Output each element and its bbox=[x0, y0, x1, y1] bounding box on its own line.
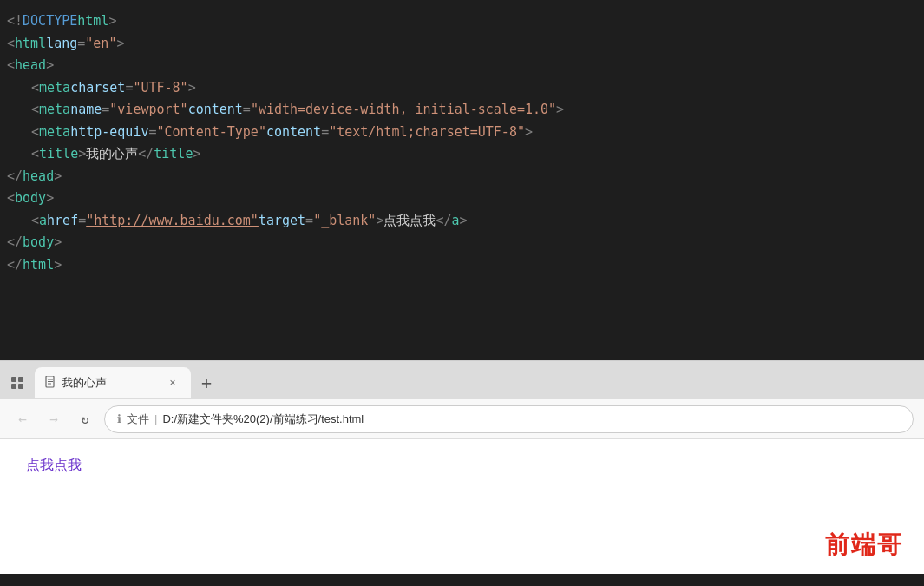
code-token: "UTF-8" bbox=[133, 77, 187, 100]
code-token: < bbox=[31, 99, 39, 122]
code-line: <title>我的心声</title> bbox=[0, 143, 924, 166]
watermark: 前端哥 bbox=[825, 529, 903, 562]
code-token: <! bbox=[7, 10, 23, 33]
code-line: <body> bbox=[0, 188, 924, 210]
code-token: DOCTYPE bbox=[23, 10, 77, 33]
code-token: > bbox=[556, 99, 564, 122]
code-token: < bbox=[7, 55, 15, 77]
code-line: <meta name="viewport" content="width=dev… bbox=[0, 99, 924, 122]
new-tab-button[interactable]: + bbox=[194, 371, 219, 395]
code-token: meta bbox=[39, 122, 70, 144]
code-token: = bbox=[77, 33, 85, 56]
code-token: </ bbox=[7, 166, 23, 188]
page-content: 点我点我 前端哥 bbox=[0, 439, 924, 574]
code-token: title bbox=[39, 143, 78, 166]
reload-button[interactable]: ↻ bbox=[73, 407, 97, 431]
code-token: > bbox=[78, 143, 86, 166]
code-token: http-equiv bbox=[70, 122, 148, 144]
code-token: < bbox=[31, 143, 39, 166]
back-button[interactable]: ← bbox=[10, 407, 35, 431]
active-tab[interactable]: 我的心声 × bbox=[35, 367, 191, 398]
code-line: </html> bbox=[0, 254, 924, 277]
code-token: > bbox=[188, 77, 196, 100]
code-token: charset bbox=[70, 77, 125, 100]
code-token: = bbox=[125, 77, 133, 100]
tab-bar: 我的心声 × + bbox=[0, 361, 924, 399]
code-token: 点我点我 bbox=[383, 210, 436, 233]
code-token: html bbox=[15, 33, 46, 56]
code-token: > bbox=[46, 55, 54, 77]
tab-grid-icon[interactable] bbox=[5, 371, 29, 395]
code-token: > bbox=[54, 254, 62, 277]
code-token: </ bbox=[7, 232, 23, 254]
code-token: < bbox=[7, 33, 15, 56]
code-token: = bbox=[321, 122, 329, 144]
code-token: > bbox=[376, 210, 383, 233]
code-token: html bbox=[77, 10, 108, 33]
code-token: href bbox=[47, 210, 78, 233]
code-line: <!DOCTYPE html> bbox=[0, 10, 924, 33]
code-token: > bbox=[116, 33, 124, 56]
info-icon: ℹ bbox=[117, 412, 121, 425]
tab-close-button[interactable]: × bbox=[165, 375, 180, 391]
code-token: </ bbox=[7, 254, 23, 277]
code-token: "width=device-width, initial-scale=1.0" bbox=[251, 99, 556, 122]
code-line: <html lang="en"> bbox=[0, 33, 924, 56]
code-token: > bbox=[54, 232, 62, 254]
code-line: </head> bbox=[0, 166, 924, 188]
browser-chrome: 我的心声 × + ← → ↻ ℹ 文件 | D:/新建文件夹%20(2)/前端练… bbox=[0, 360, 924, 574]
code-token: content bbox=[188, 99, 243, 122]
svg-rect-3 bbox=[18, 384, 23, 389]
address-bar: ← → ↻ ℹ 文件 | D:/新建文件夹%20(2)/前端练习/test.ht… bbox=[0, 399, 924, 439]
code-token: lang bbox=[46, 33, 77, 56]
code-token: > bbox=[460, 210, 468, 233]
code-token: "text/html;charset=UTF-8" bbox=[329, 122, 525, 144]
code-token: a bbox=[39, 210, 47, 233]
code-token: > bbox=[525, 122, 533, 144]
code-token: target bbox=[259, 210, 305, 233]
forward-button[interactable]: → bbox=[42, 407, 66, 431]
code-token: meta bbox=[39, 99, 70, 122]
code-line: <head> bbox=[0, 55, 924, 77]
url-input[interactable]: ℹ 文件 | D:/新建文件夹%20(2)/前端练习/test.html bbox=[104, 405, 914, 433]
svg-rect-1 bbox=[18, 377, 23, 382]
code-token: > bbox=[193, 143, 200, 166]
code-token: > bbox=[108, 10, 116, 33]
code-token: content bbox=[266, 122, 321, 144]
svg-rect-0 bbox=[11, 377, 16, 382]
code-token: "Content-Type" bbox=[157, 122, 266, 144]
url-separator: | bbox=[154, 412, 157, 425]
code-token: = bbox=[243, 99, 251, 122]
code-token: = bbox=[78, 210, 86, 233]
code-line: <meta http-equiv="Content-Type" content=… bbox=[0, 122, 924, 144]
code-token: > bbox=[46, 188, 54, 210]
code-token: a bbox=[451, 210, 459, 233]
code-token: = bbox=[148, 122, 156, 144]
code-token: "http://www.baidu.com" bbox=[86, 210, 259, 233]
code-line: <meta charset="UTF-8"> bbox=[0, 77, 924, 100]
url-protocol: 文件 bbox=[127, 412, 149, 427]
code-token: "_blank" bbox=[313, 210, 376, 233]
code-token: < bbox=[7, 188, 15, 210]
url-path: D:/新建文件夹%20(2)/前端练习/test.html bbox=[162, 412, 364, 427]
code-token: > bbox=[54, 166, 62, 188]
code-token: </ bbox=[138, 143, 154, 166]
svg-rect-2 bbox=[11, 384, 16, 389]
tab-title: 我的心声 bbox=[62, 375, 158, 391]
code-line: <a href="http://www.baidu.com" target="_… bbox=[0, 210, 924, 233]
code-token: < bbox=[31, 210, 39, 233]
page-link[interactable]: 点我点我 bbox=[26, 458, 82, 472]
code-token: "viewport" bbox=[109, 99, 187, 122]
code-token: "en" bbox=[85, 33, 116, 56]
code-token: title bbox=[154, 143, 193, 166]
code-editor: <!DOCTYPE html><html lang="en"><head><me… bbox=[0, 0, 924, 360]
code-token: body bbox=[15, 188, 46, 210]
code-token: < bbox=[31, 77, 39, 100]
code-token: head bbox=[15, 55, 46, 77]
code-token: < bbox=[31, 122, 39, 144]
code-token: name bbox=[70, 99, 102, 122]
tab-file-icon bbox=[45, 376, 56, 391]
code-token: </ bbox=[436, 210, 451, 233]
code-token: 我的心声 bbox=[86, 143, 138, 166]
code-token: meta bbox=[39, 77, 70, 100]
